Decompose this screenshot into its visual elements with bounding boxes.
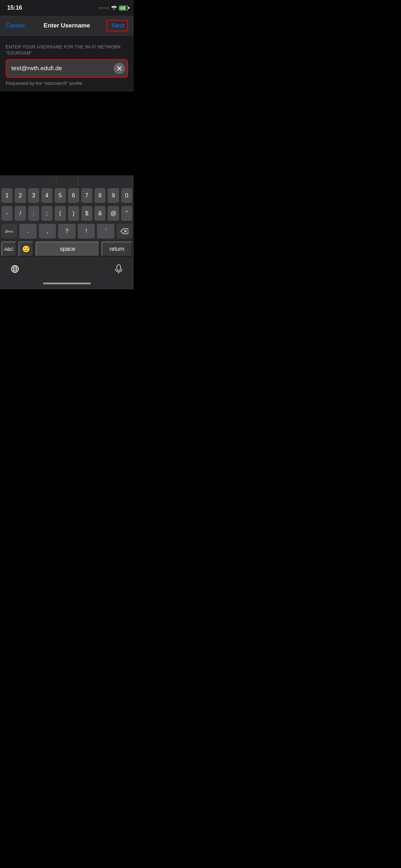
key-3[interactable]: 3: [28, 188, 39, 203]
key-ampersand[interactable]: &: [94, 206, 106, 221]
clear-button[interactable]: [114, 63, 125, 74]
key-slash[interactable]: /: [15, 206, 26, 221]
keyboard-row-special: #+= . , ? ! ': [1, 224, 132, 239]
key-exclaim[interactable]: !: [78, 224, 95, 239]
key-space[interactable]: space: [36, 242, 99, 257]
field-label: ENTER YOUR USERNAME FOR THE WI-FI NETWOR…: [6, 44, 128, 56]
key-apostrophe[interactable]: ': [97, 224, 114, 239]
key-dollar[interactable]: $: [81, 206, 92, 221]
nav-bar: Cancel Enter Username Next: [0, 16, 134, 36]
key-0[interactable]: 0: [121, 188, 132, 203]
wifi-icon: [111, 5, 117, 11]
battery-icon: ⚡: [119, 6, 128, 10]
home-indicator: [0, 277, 134, 289]
next-button[interactable]: Next: [107, 20, 128, 31]
svg-rect-9: [117, 265, 120, 270]
content-area: ENTER YOUR USERNAME FOR THE WI-FI NETWOR…: [0, 36, 134, 92]
key-comma[interactable]: ,: [39, 224, 56, 239]
key-at[interactable]: @: [108, 206, 119, 221]
key-abc[interactable]: ABC: [1, 242, 16, 257]
keyboard: 1 2 3 4 5 6 7 8 9 0 - / : ; ( ) $ & @ " …: [0, 175, 134, 289]
cancel-button[interactable]: Cancel: [6, 22, 27, 29]
status-icons: ⚡: [99, 5, 128, 11]
keyboard-row-symbols: - / : ; ( ) $ & @ ": [1, 206, 132, 221]
key-4[interactable]: 4: [41, 188, 52, 203]
mic-icon[interactable]: [111, 261, 127, 277]
key-emoji[interactable]: 🙂: [19, 242, 34, 257]
empty-space: [0, 92, 134, 170]
keyboard-rows: 1 2 3 4 5 6 7 8 9 0 - / : ; ( ) $ & @ " …: [0, 188, 134, 257]
key-dash[interactable]: -: [1, 206, 12, 221]
key-semicolon[interactable]: ;: [41, 206, 52, 221]
key-2[interactable]: 2: [15, 188, 26, 203]
status-bar: 15:16 ⚡: [0, 0, 134, 16]
key-9[interactable]: 9: [108, 188, 119, 203]
username-input[interactable]: [7, 61, 111, 76]
key-7[interactable]: 7: [81, 188, 92, 203]
key-8[interactable]: 8: [94, 188, 106, 203]
key-return[interactable]: return: [102, 242, 132, 257]
key-quote[interactable]: ": [121, 206, 132, 221]
page-title: Enter Username: [27, 22, 107, 29]
keyboard-row-bottom: ABC 🙂 space return: [1, 242, 132, 257]
username-input-row: [6, 59, 128, 78]
keyboard-bottom-bar: [0, 259, 134, 277]
key-question[interactable]: ?: [58, 224, 76, 239]
grip-line-right: [78, 178, 78, 185]
key-hashtag-shift[interactable]: #+=: [1, 224, 17, 239]
status-time: 15:16: [7, 4, 22, 11]
key-openparen[interactable]: (: [55, 206, 66, 221]
key-backspace[interactable]: [117, 224, 132, 239]
key-period[interactable]: .: [19, 224, 37, 239]
home-bar: [43, 283, 91, 284]
keyboard-row-numbers: 1 2 3 4 5 6 7 8 9 0: [1, 188, 132, 203]
keyboard-grip: [0, 175, 134, 188]
key-1[interactable]: 1: [1, 188, 12, 203]
key-colon[interactable]: :: [28, 206, 39, 221]
key-6[interactable]: 6: [68, 188, 79, 203]
field-hint: Requested by the "eduroam®" profile: [6, 81, 128, 86]
key-closeparen[interactable]: ): [68, 206, 79, 221]
grip-line-left: [56, 178, 56, 185]
key-5[interactable]: 5: [55, 188, 66, 203]
signal-icon: [99, 7, 109, 9]
globe-icon[interactable]: [7, 261, 23, 277]
